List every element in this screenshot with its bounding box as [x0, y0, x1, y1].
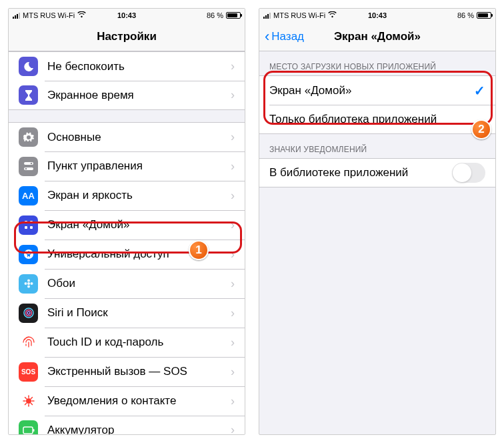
settings-row-battery[interactable]: Аккумулятор › [9, 416, 245, 434]
chevron-right-icon: › [231, 189, 235, 203]
row-label: Экстренный вызов — SOS [47, 365, 231, 378]
svg-line-23 [25, 398, 26, 399]
status-bar: MTS RUS Wi-Fi 10:43 86 % [9, 9, 245, 22]
svg-point-16 [25, 310, 31, 316]
settings-row-exposure[interactable]: Уведомления о контакте › [9, 386, 245, 416]
svg-point-13 [24, 282, 27, 285]
chevron-right-icon: › [231, 88, 235, 102]
siri-icon [19, 304, 38, 323]
row-label: Универсальный доступ [47, 248, 231, 261]
switches-icon [19, 157, 38, 176]
carrier-label: MTS RUS Wi-Fi [23, 11, 75, 19]
settings-row-accessibility[interactable]: Универсальный доступ › [9, 240, 245, 269]
accessibility-icon [19, 245, 38, 264]
svg-point-17 [27, 312, 30, 314]
svg-rect-28 [33, 429, 34, 432]
chevron-right-icon: › [231, 218, 235, 232]
back-label: Назад [271, 30, 304, 43]
toggle-library-badges[interactable]: В библиотеке приложений [259, 158, 495, 187]
chevron-right-icon: › [231, 365, 235, 379]
battery-icon [477, 12, 491, 19]
settings-row-display[interactable]: AA Экран и яркость › [9, 181, 245, 210]
chevron-right-icon: › [231, 277, 235, 291]
chevron-right-icon: › [231, 159, 235, 173]
svg-point-9 [27, 251, 29, 253]
nav-bar: ‹ Назад Экран «Домой» [259, 22, 495, 51]
home-screen-settings: MTS RUS Wi-Fi 10:43 86 % ‹ Назад Экран «… [259, 8, 496, 435]
battery-pct-label: 86 % [457, 11, 474, 19]
chevron-left-icon: ‹ [265, 29, 269, 44]
row-label: Аккумулятор [47, 424, 231, 435]
status-bar: MTS RUS Wi-Fi 10:43 86 % [259, 9, 495, 22]
row-label: Обои [47, 277, 231, 290]
svg-rect-5 [30, 221, 33, 224]
svg-point-3 [25, 168, 27, 170]
chevron-right-icon: › [231, 423, 235, 434]
svg-line-26 [25, 404, 26, 405]
settings-row-wallpaper[interactable]: Обои › [9, 269, 245, 298]
clock-label: 10:43 [117, 11, 136, 19]
svg-rect-7 [30, 226, 33, 229]
app-grid-icon [19, 215, 38, 235]
gear-icon [19, 127, 38, 147]
row-label: Не беспокоить [47, 60, 231, 73]
row-label: Экран и яркость [47, 189, 231, 202]
sos-icon: SOS [19, 362, 38, 382]
section-header-badges: ЗНАЧКИ УВЕДОМЛЕНИЙ [259, 134, 495, 158]
fingerprint-icon [19, 333, 38, 352]
chevron-right-icon: › [231, 306, 235, 320]
settings-row-siri[interactable]: Siri и Поиск › [9, 298, 245, 328]
svg-rect-27 [23, 427, 33, 434]
svg-point-14 [30, 282, 33, 285]
signal-icon [13, 13, 20, 19]
settings-row-screentime[interactable]: Экранное время › [9, 81, 245, 110]
wifi-icon [77, 11, 86, 19]
clock-label: 10:43 [368, 11, 387, 19]
option-home-screen[interactable]: Экран «Домой» ✓ [259, 75, 495, 105]
chevron-right-icon: › [231, 59, 235, 73]
settings-row-sos[interactable]: SOS Экстренный вызов — SOS › [9, 357, 245, 386]
settings-row-home-screen[interactable]: Экран «Домой» › [9, 210, 245, 240]
battery-pct-label: 86 % [207, 11, 223, 19]
moon-icon [19, 57, 38, 76]
virus-icon [19, 392, 38, 411]
settings-row-general[interactable]: Основные › [9, 122, 245, 151]
battery-icon [19, 420, 38, 434]
settings-row-control-center[interactable]: Пункт управления › [9, 151, 245, 181]
chevron-right-icon: › [231, 248, 235, 262]
checkmark-icon: ✓ [474, 83, 485, 99]
option-label: Только библиотека приложений [269, 113, 485, 126]
chevron-right-icon: › [231, 336, 235, 350]
back-button[interactable]: ‹ Назад [265, 22, 304, 51]
row-label: Основные [47, 131, 231, 144]
svg-point-12 [27, 286, 30, 288]
toggle-label: В библиотеке приложений [269, 166, 452, 179]
carrier-label: MTS RUS Wi-Fi [273, 11, 325, 19]
settings-row-touchid[interactable]: Touch ID и код-пароль › [9, 328, 245, 357]
chevron-right-icon: › [231, 130, 235, 144]
hourglass-icon [19, 85, 38, 105]
flower-icon [19, 274, 38, 294]
row-label: Экран «Домой» [47, 218, 231, 232]
svg-point-10 [27, 282, 30, 285]
row-label: Уведомления о контакте [47, 394, 231, 408]
toggle-switch[interactable] [452, 163, 485, 183]
option-app-library-only[interactable]: Только библиотека приложений [259, 105, 495, 134]
row-label: Touch ID и код-пароль [47, 336, 231, 349]
signal-icon [263, 13, 271, 19]
row-label: Siri и Поиск [47, 306, 231, 320]
row-label: Экранное время [47, 89, 231, 102]
option-label: Экран «Домой» [269, 84, 474, 97]
section-header-download-location: МЕСТО ЗАГРУЗКИ НОВЫХ ПРИЛОЖЕНИЙ [259, 51, 495, 75]
page-title: Экран «Домой» [334, 30, 421, 43]
svg-point-1 [30, 163, 32, 165]
svg-line-25 [31, 398, 32, 399]
chevron-right-icon: › [231, 394, 235, 408]
svg-point-11 [27, 280, 30, 282]
svg-line-24 [31, 404, 32, 405]
page-title: Настройки [97, 30, 157, 43]
settings-row-dnd[interactable]: Не беспокоить › [9, 51, 245, 81]
text-size-icon: AA [19, 186, 38, 205]
row-label: Пункт управления [47, 159, 231, 173]
battery-icon [226, 12, 241, 19]
